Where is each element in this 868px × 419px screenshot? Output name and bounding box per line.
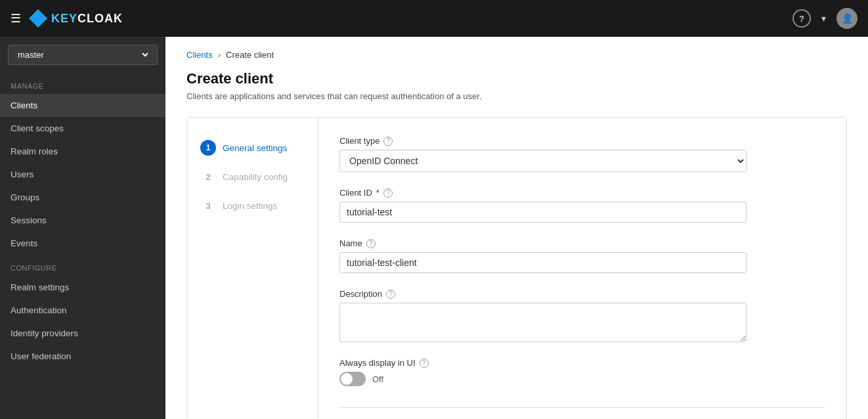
sidebar-item-realm-settings[interactable]: Realm settings [0, 276, 165, 299]
sidebar-section-manage: Manage [0, 73, 165, 94]
sidebar-item-client-scopes[interactable]: Client scopes [0, 117, 165, 140]
description-label: Description ? [339, 289, 825, 299]
client-type-help-icon[interactable]: ? [383, 137, 393, 146]
realm-selector[interactable]: master [8, 45, 158, 65]
client-type-label: Client type ? [339, 136, 825, 146]
sidebar-item-clients[interactable]: Clients [0, 94, 165, 117]
client-id-field: Client ID * ? [339, 188, 825, 223]
page-title: Create client [186, 70, 847, 87]
client-id-required: * [376, 188, 380, 198]
name-field: Name ? [339, 238, 825, 273]
help-icon[interactable]: ? [792, 9, 811, 28]
wizard-container: 1 General settings 2 Capability config 3… [186, 117, 847, 419]
step-2-circle: 2 [200, 169, 216, 185]
page-subtitle: Clients are applications and services th… [186, 91, 847, 101]
step-3-circle: 3 [200, 198, 216, 213]
wizard-step-3[interactable]: 3 Login settings [187, 191, 318, 220]
sidebar-item-user-federation[interactable]: User federation [0, 345, 165, 368]
sidebar: master Manage Clients Client scopes Real… [0, 37, 165, 419]
client-id-label: Client ID * ? [339, 188, 825, 198]
wizard-step-2[interactable]: 2 Capability config [187, 162, 318, 191]
breadcrumb-parent[interactable]: Clients [186, 50, 213, 60]
description-help-icon[interactable]: ? [386, 290, 395, 299]
hamburger-icon[interactable]: ☰ [11, 11, 21, 26]
avatar[interactable]: 👤 [836, 8, 857, 29]
toggle-state-label: Off [372, 374, 383, 384]
wizard-form-content: Client type ? OpenID Connect Client ID *… [318, 118, 846, 419]
sidebar-section-configure: Configure [0, 255, 165, 276]
client-type-select[interactable]: OpenID Connect [339, 150, 747, 172]
name-input[interactable] [339, 252, 747, 273]
wizard-step-1[interactable]: 1 General settings [187, 133, 318, 162]
toggle-knob [341, 373, 353, 385]
always-display-toggle[interactable] [339, 372, 366, 386]
navbar-left: ☰ KEYCLOAK [11, 9, 123, 28]
always-display-label: Always display in UI ? [339, 358, 825, 368]
main-layout: master Manage Clients Client scopes Real… [0, 37, 868, 419]
step-3-label: Login settings [223, 201, 277, 211]
btn-row: Next Back Cancel [339, 407, 825, 419]
breadcrumb: Clients › Create client [186, 50, 847, 60]
step-2-label: Capability config [223, 172, 288, 182]
sidebar-item-realm-roles[interactable]: Realm roles [0, 140, 165, 163]
sidebar-item-identity-providers[interactable]: Identity providers [0, 322, 165, 345]
client-id-input[interactable] [339, 202, 747, 223]
logo-diamond-icon [29, 9, 47, 28]
breadcrumb-current: Create client [226, 50, 274, 60]
navbar-right: ? ▾ 👤 [792, 8, 857, 29]
sidebar-item-groups[interactable]: Groups [0, 186, 165, 209]
client-type-field: Client type ? OpenID Connect [339, 136, 825, 172]
name-label: Name ? [339, 238, 825, 248]
toggle-row: Off [339, 372, 825, 386]
logo: KEYCLOAK [29, 9, 123, 28]
navbar: ☰ KEYCLOAK ? ▾ 👤 [0, 0, 868, 37]
step-1-circle: 1 [200, 140, 216, 156]
realm-dropdown-arrow[interactable]: ▾ [821, 13, 826, 24]
client-id-help-icon[interactable]: ? [383, 188, 393, 198]
description-textarea[interactable] [339, 303, 747, 342]
always-display-help-icon[interactable]: ? [420, 359, 429, 368]
content-area: Clients › Create client Create client Cl… [165, 37, 868, 419]
name-help-icon[interactable]: ? [366, 239, 376, 248]
description-field: Description ? [339, 289, 825, 342]
breadcrumb-separator: › [218, 50, 221, 60]
sidebar-item-events[interactable]: Events [0, 232, 165, 255]
sidebar-item-sessions[interactable]: Sessions [0, 209, 165, 232]
always-display-field: Always display in UI ? Off [339, 358, 825, 386]
step-1-label: General settings [223, 143, 287, 153]
wizard-steps: 1 General settings 2 Capability config 3… [187, 118, 318, 419]
logo-text: KEYCLOAK [51, 12, 123, 26]
sidebar-item-users[interactable]: Users [0, 163, 165, 186]
realm-select[interactable]: master [15, 49, 150, 60]
sidebar-item-authentication[interactable]: Authentication [0, 299, 165, 322]
